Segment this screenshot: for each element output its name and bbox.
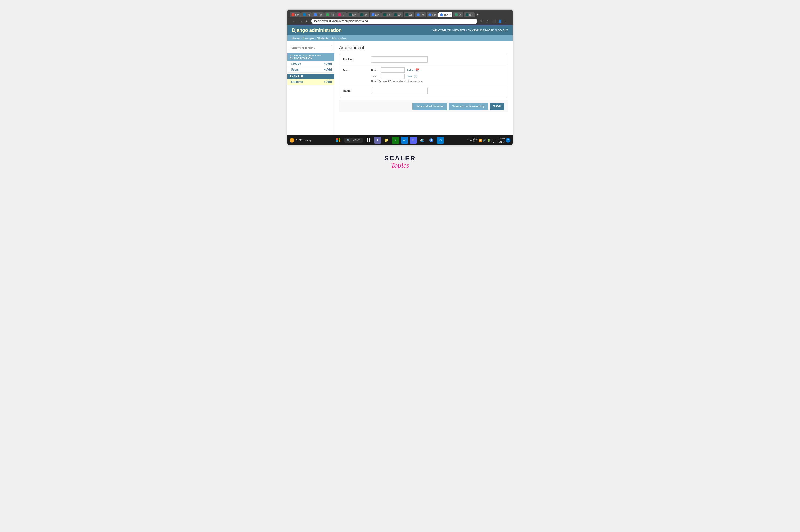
tab-favicon-gmail: [292, 14, 294, 16]
name-label: Name:: [343, 88, 371, 92]
tab-ho2[interactable]: Ho: [382, 13, 392, 17]
tab-cus2[interactable]: Cus: [324, 13, 336, 17]
svg-rect-3: [339, 140, 340, 142]
tab-cus3[interactable]: Cus: [370, 13, 381, 17]
sidebar-filter-input[interactable]: [290, 45, 332, 50]
rollno-label: RollNo:: [343, 56, 371, 61]
tab-label-dje1: Dje: [352, 14, 356, 16]
teams-icon[interactable]: T: [374, 137, 381, 144]
breadcrumb-home[interactable]: Home: [292, 37, 299, 40]
battery-icon[interactable]: 🔋: [487, 138, 490, 142]
save-button[interactable]: SAVE: [490, 102, 504, 110]
save-continue-button[interactable]: Save and continue editing: [449, 102, 488, 110]
taskbar-time-display[interactable]: 11:10 17-12-2022: [491, 137, 505, 144]
sidebar-item-students: Students + Add: [287, 79, 334, 85]
students-add-link[interactable]: + Add: [324, 80, 332, 83]
sidebar-item-users: Users + Add: [287, 67, 334, 73]
taskbar-center: 🔍 Search T 📁: [313, 137, 465, 144]
discord-icon[interactable]: D: [410, 137, 417, 144]
tab-ho[interactable]: Ho: [336, 13, 347, 17]
new-tab-button[interactable]: +: [475, 12, 480, 17]
time-input[interactable]: [381, 74, 405, 79]
tab-label-the3: The: [444, 14, 448, 16]
tab-the1[interactable]: The: [415, 13, 426, 17]
now-button[interactable]: Now: [407, 75, 412, 78]
tab-wri1[interactable]: Wri: [392, 13, 403, 17]
address-bar[interactable]: [311, 19, 478, 24]
admin-user-info: WELCOME, TR. VIEW SITE / CHANGE PASSWORD…: [433, 29, 508, 32]
back-button[interactable]: ←: [292, 19, 297, 24]
tab-label-wri2: Wri: [409, 14, 412, 16]
groups-add-link[interactable]: + Add: [324, 62, 332, 65]
task-view-button[interactable]: [365, 137, 372, 144]
tab-favicon-the3: [440, 14, 443, 16]
scaler-logo: SCALER Topics: [384, 154, 415, 168]
sidebar-collapse-button[interactable]: «: [287, 85, 334, 94]
form-row-name: Name:: [339, 86, 508, 96]
tab-favicon-dje2: [360, 14, 363, 16]
sound-icon[interactable]: 🔊: [483, 138, 486, 142]
edge-icon[interactable]: 🌊: [419, 137, 426, 144]
help-icon[interactable]: ?: [506, 138, 510, 142]
forward-button[interactable]: →: [298, 19, 303, 24]
menu-icon[interactable]: ⋮: [503, 19, 508, 24]
cloud-icon[interactable]: ☁: [469, 138, 472, 142]
groups-link[interactable]: Groups: [291, 62, 301, 65]
rollno-field: [371, 56, 504, 62]
taskbar-search[interactable]: 🔍 Search: [344, 138, 363, 143]
tab-dje2[interactable]: Dje: [358, 13, 369, 17]
calendar-icon[interactable]: 📅: [415, 69, 419, 72]
clock-icon[interactable]: 🕐: [414, 75, 417, 78]
tab-cus1[interactable]: Cus: [312, 13, 324, 17]
breadcrumb-example[interactable]: Example: [303, 37, 314, 40]
save-add-button[interactable]: Save and add another: [412, 102, 447, 110]
tab-favicon-ho: [338, 14, 341, 16]
breadcrumb-current: Add student: [332, 37, 347, 40]
bookmark-icon[interactable]: ☆: [485, 19, 490, 24]
search-label: Search: [352, 138, 360, 142]
store-icon[interactable]: 🛍: [401, 137, 408, 144]
svg-point-9: [431, 139, 432, 141]
svg-rect-2: [336, 140, 338, 142]
share-icon[interactable]: ⇧: [479, 19, 484, 24]
name-input[interactable]: [371, 88, 428, 94]
file-explorer-icon[interactable]: 📁: [383, 137, 390, 144]
tab-label-ho2: Ho: [387, 14, 390, 16]
date-input[interactable]: [381, 68, 405, 73]
admin-title: Django administration: [292, 27, 342, 33]
today-button[interactable]: Today: [407, 69, 413, 72]
vscode-icon[interactable]: VS: [437, 137, 444, 144]
breadcrumb-students[interactable]: Students: [317, 37, 328, 40]
tab-favicon-the2: [428, 14, 431, 16]
extension-icon[interactable]: ⬛: [491, 19, 496, 24]
users-link[interactable]: Users: [291, 68, 299, 71]
tab-wri2[interactable]: Wri: [404, 13, 414, 17]
tray-expand-icon[interactable]: ^: [467, 138, 468, 142]
tab-favicon-cus1: [314, 14, 317, 16]
server-note: Note: You are 5.5 hours ahead of server …: [371, 80, 504, 83]
tab-label-cus1: Cus: [318, 14, 322, 16]
students-link[interactable]: Students: [291, 80, 303, 83]
weather-icon: [290, 138, 294, 142]
main-content: Add student RollNo: Dob:: [334, 41, 513, 135]
tab-the2[interactable]: The: [427, 13, 438, 17]
start-button[interactable]: [335, 137, 342, 144]
help-question-mark: ?: [507, 139, 509, 141]
chrome-icon[interactable]: [428, 137, 435, 144]
admin-header: Django administration WELCOME, TR. VIEW …: [287, 25, 513, 35]
xbox-icon[interactable]: X: [392, 137, 399, 144]
tab-the3[interactable]: The ✕: [438, 13, 452, 17]
profile-icon[interactable]: 👤: [497, 19, 502, 24]
tab-close-icon[interactable]: ✕: [449, 14, 451, 16]
svg-rect-7: [369, 140, 370, 142]
users-add-link[interactable]: + Add: [324, 68, 332, 71]
reload-button[interactable]: ↻: [305, 19, 310, 24]
tab-dje1[interactable]: Dje: [347, 13, 358, 17]
tab-ne[interactable]: Ne: [453, 13, 463, 17]
tab-tra[interactable]: Tra: [301, 13, 312, 17]
tab-djr[interactable]: Dje: [464, 13, 475, 17]
tab-gmail[interactable]: Spr: [290, 13, 301, 17]
rollno-input[interactable]: [371, 56, 428, 62]
wifi-icon[interactable]: 📶: [479, 138, 482, 142]
search-icon: 🔍: [347, 138, 350, 142]
